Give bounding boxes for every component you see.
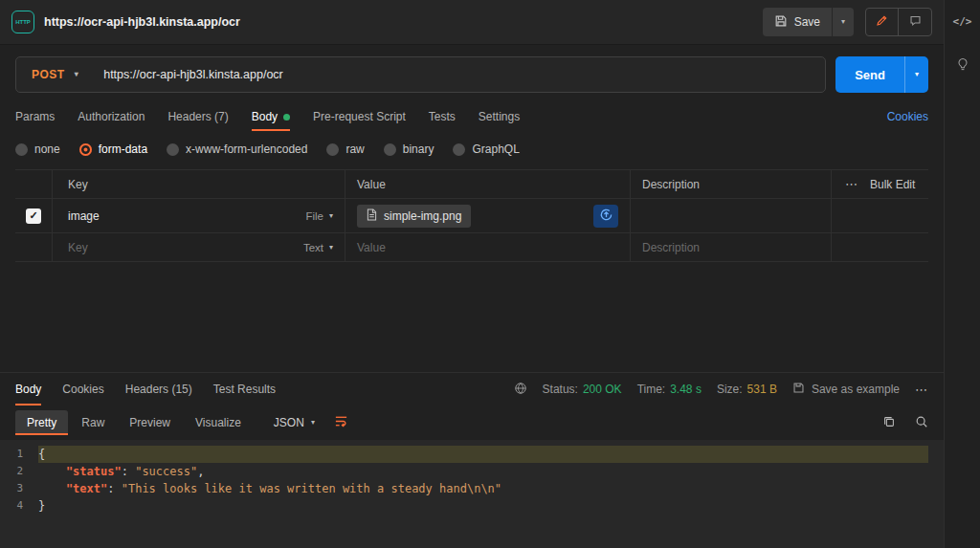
code-text: "text": "This looks like it was written … [38, 480, 928, 497]
radio-icon [167, 143, 179, 156]
body-type-form-data[interactable]: form-data [79, 142, 147, 156]
key-cell-empty[interactable]: Key Text ▾ [52, 233, 345, 261]
value-placeholder: Value [357, 241, 386, 254]
body-type-graphql[interactable]: GraphQL [453, 142, 519, 156]
format-select[interactable]: JSON ▾ [266, 410, 323, 435]
response-tab-headers[interactable]: Headers (15) [125, 373, 192, 406]
body-type-binary[interactable]: binary [384, 142, 434, 156]
table-row-empty: Key Text ▾ Value Description [15, 233, 928, 262]
time-label: Time: [637, 383, 666, 396]
send-options-button[interactable]: ▾ [904, 56, 928, 93]
edit-button-group [865, 8, 932, 36]
response-body-viewer[interactable]: 1 { 2 "status": "success", 3 "text": "Th… [0, 440, 944, 548]
row-checkbox[interactable]: ✓ [26, 208, 41, 224]
request-panel: POST ▾ Send ▾ Params Authorization Heade… [0, 45, 944, 372]
tab-params[interactable]: Params [15, 102, 55, 131]
tab-settings[interactable]: Settings [479, 102, 520, 131]
status-badge: Status: 200 OK [543, 383, 622, 396]
response-more-options-icon[interactable]: ⋯ [915, 383, 928, 397]
code-line: 2 "status": "success", [0, 463, 944, 480]
response-tab-cookies[interactable]: Cookies [62, 373, 103, 406]
topbar: HTTP https://ocr-api-hjb3l.kinsta.app/oc… [0, 0, 944, 45]
value-type-select[interactable]: Text ▾ [303, 242, 333, 253]
value-cell-empty[interactable]: Value [345, 233, 630, 261]
url-input[interactable] [92, 57, 825, 92]
bulk-edit-button[interactable]: Bulk Edit [870, 178, 915, 191]
tab-body[interactable]: Body [252, 102, 290, 131]
method-label: POST [32, 68, 65, 81]
table-header-row: Key Value Description ⋯ Bulk Edit [15, 170, 928, 199]
size-badge: Size: 531 B [717, 383, 777, 396]
view-tab-preview[interactable]: Preview [118, 410, 182, 435]
chevron-down-icon: ▾ [841, 18, 845, 26]
save-example-label: Save as example [812, 383, 900, 396]
copy-icon[interactable] [882, 415, 896, 431]
search-icon[interactable] [915, 415, 928, 431]
line-number: 1 [0, 446, 38, 463]
save-example-icon [792, 382, 805, 397]
lightbulb-icon[interactable] [956, 56, 969, 71]
http-badge-label: HTTP [15, 19, 31, 25]
code-text: "status": "success", [38, 463, 928, 480]
format-label: JSON [274, 416, 304, 429]
value-column-header: Value [345, 170, 630, 198]
cookies-link[interactable]: Cookies [887, 110, 928, 123]
wrap-lines-button[interactable] [334, 414, 348, 431]
body-type-urlencoded[interactable]: x-www-form-urlencoded [167, 142, 307, 156]
response-tab-test-results[interactable]: Test Results [213, 373, 276, 406]
value-type-select[interactable]: File ▾ [305, 210, 333, 222]
save-label: Save [794, 15, 820, 29]
description-placeholder: Description [642, 241, 700, 254]
response-tab-body[interactable]: Body [15, 373, 41, 406]
code-line: 1 { [0, 446, 944, 463]
comment-icon [909, 14, 922, 30]
radio-icon [15, 143, 28, 156]
view-tab-visualize[interactable]: Visualize [184, 410, 253, 435]
save-as-example-button[interactable]: Save as example [792, 382, 900, 397]
file-icon [367, 208, 377, 224]
network-globe-icon[interactable] [514, 382, 527, 398]
body-type-label: none [34, 142, 60, 156]
tab-headers[interactable]: Headers (7) [167, 102, 228, 131]
chevron-down-icon: ▾ [311, 419, 315, 427]
save-button[interactable]: Save [763, 8, 832, 36]
save-options-button[interactable]: ▾ [832, 8, 854, 36]
code-line: 4 } [0, 497, 944, 515]
code-text: { [38, 446, 928, 463]
rename-button[interactable] [866, 9, 899, 35]
tab-tests[interactable]: Tests [429, 102, 456, 131]
file-name: simple-img.png [384, 209, 461, 223]
method-select[interactable]: POST ▾ [16, 57, 92, 92]
file-chip[interactable]: simple-img.png [357, 205, 471, 228]
send-button[interactable]: Send [835, 56, 904, 93]
body-type-options: none form-data x-www-form-urlencoded raw… [0, 131, 944, 167]
body-type-raw[interactable]: raw [326, 142, 364, 156]
description-column-header: Description [630, 170, 831, 198]
body-type-none[interactable]: none [15, 142, 60, 156]
body-type-label: raw [345, 142, 364, 156]
description-cell[interactable] [630, 199, 831, 232]
value-type-label: File [305, 210, 323, 222]
code-line: 3 "text": "This looks like it was writte… [0, 480, 944, 497]
upload-icon [599, 208, 613, 225]
more-options-icon[interactable]: ⋯ [845, 177, 858, 191]
code-snippet-icon[interactable]: </> [953, 15, 972, 28]
description-cell-empty[interactable]: Description [630, 233, 831, 261]
value-cell: simple-img.png [345, 199, 630, 232]
response-meta: Status: 200 OK Time: 3.48 s Size: 531 B [514, 382, 928, 398]
upload-file-button[interactable] [593, 205, 618, 228]
header-select-cell [15, 170, 52, 198]
key-cell[interactable]: image File ▾ [52, 199, 345, 232]
radio-icon [453, 143, 465, 156]
value-type-label: Text [303, 242, 323, 253]
line-number: 4 [0, 497, 38, 515]
comments-button[interactable] [899, 9, 931, 35]
view-tab-pretty[interactable]: Pretty [15, 410, 68, 435]
tab-authorization[interactable]: Authorization [78, 102, 145, 131]
send-button-group: Send ▾ [835, 56, 928, 93]
tab-prerequest-script[interactable]: Pre-request Script [313, 102, 406, 131]
line-number: 2 [0, 463, 38, 480]
http-request-icon: HTTP [11, 11, 34, 33]
table-row: ✓ image File ▾ [15, 199, 928, 233]
view-tab-raw[interactable]: Raw [70, 410, 116, 435]
